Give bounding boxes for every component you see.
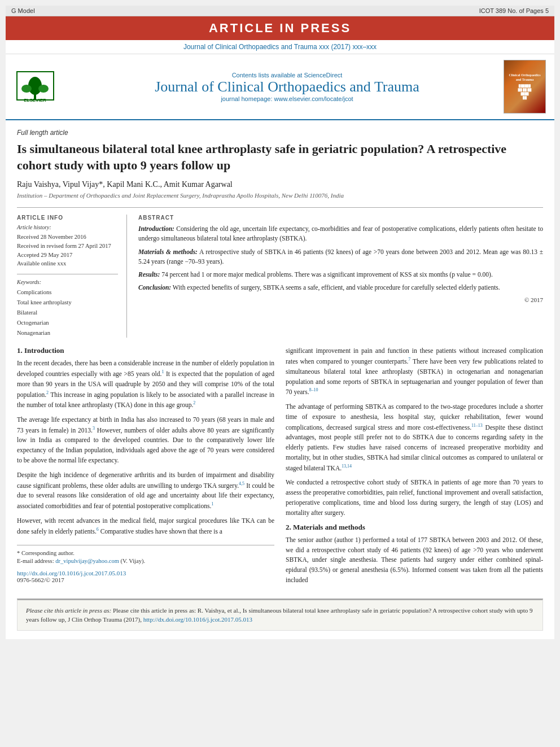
received-date: Received 28 November 2016 <box>17 233 118 242</box>
right-para2: The advantage of performing SBTKA as com… <box>286 402 543 473</box>
accepted-date: Accepted 29 May 2017 <box>17 251 118 260</box>
homepage-link[interactable]: www.elsevier.com/locate/jcot <box>274 95 353 102</box>
footnote-email: E-mail address: dr_vipulvijay@yahoo.com … <box>17 558 274 564</box>
section1-heading: 1. Introduction <box>17 346 274 355</box>
cite-doi-link[interactable]: http://dx.doi.org/10.1016/j.jcot.2017.05… <box>143 616 252 623</box>
abstract-label: ABSTRACT <box>138 215 543 221</box>
body-right-col: significant improvement in pain and func… <box>286 346 543 589</box>
copyright: © 2017 <box>138 296 543 303</box>
journal-link[interactable]: Journal of Clinical Orthopaedics and Tra… <box>183 43 377 51</box>
article-info-col: ARTICLE INFO Article history: Received 2… <box>17 215 127 338</box>
article-title: Is simultaneous bilateral total knee art… <box>17 141 543 173</box>
keyword-3: Bilateral <box>17 308 118 318</box>
journal-cover-image: Clinical Orthopaedicsand Trauma ████████… <box>504 60 546 113</box>
keyword-4: Octogenarian <box>17 318 118 328</box>
email-label: E-mail address: <box>17 558 55 564</box>
authors: Raju Vaishya, Vipul Vijay*, Kapil Mani K… <box>17 180 543 189</box>
issn-line: 0976-5662/© 2017 <box>17 576 274 583</box>
cite-label: Please cite this article in press as: <box>26 607 113 614</box>
conclusion-text: With expected benefits of surgery, SBTKA… <box>173 284 500 291</box>
results-text: 74 percent had 1 or more major medical p… <box>161 271 493 278</box>
aip-text: ARTICLE IN PRESS <box>209 21 351 35</box>
keywords-block: Keywords: Complications Total knee arthr… <box>17 279 118 338</box>
right-para4: The senior author (author 1) performed a… <box>286 535 543 586</box>
footnote-star-text: * Corresponding author. <box>17 550 75 556</box>
elsevier-logo: ELSEVIER <box>14 69 59 105</box>
available-online: Available online xxx <box>17 259 118 268</box>
intro-text: Considering the old age, uncertain life … <box>138 225 543 242</box>
abstract-conclusion: Conclusion: With expected benefits of su… <box>138 283 543 292</box>
abstract-methods: Materials & methods: A retrospective stu… <box>138 247 543 267</box>
section2-heading: 2. Materials and methods <box>286 523 543 532</box>
citation-bar: Please cite this article in press as: Pl… <box>17 599 543 631</box>
ref-text: ICOT 389 No. of Pages 5 <box>479 7 549 14</box>
intro-label: Introduction: <box>138 225 174 232</box>
body-para2: The average life expectancy at birth in … <box>17 415 274 466</box>
gmodel-text: G Model <box>11 7 35 14</box>
revised-date: Received in revised form 27 April 2017 <box>17 242 118 251</box>
homepage-prefix: journal homepage: <box>221 95 274 102</box>
methods-text: A retrospective study of SBTKA in 46 pat… <box>138 248 543 265</box>
doi-line[interactable]: http://dx.doi.org/10.1016/j.jcot.2017.05… <box>17 570 274 576</box>
keyword-1: Complications <box>17 287 118 298</box>
contents-line: Contents lists available at ScienceDirec… <box>71 72 504 78</box>
abstract-col: ABSTRACT Introduction: Considering the o… <box>138 215 543 338</box>
journal-header: ELSEVIER Contents lists available at Sci… <box>6 54 554 120</box>
science-direct-link[interactable]: ScienceDirect <box>304 72 342 78</box>
body-para4: However, with recent advances in the med… <box>17 516 274 536</box>
history-title: Article history: <box>17 224 118 230</box>
right-para1: significant improvement in pain and func… <box>286 346 543 397</box>
contents-prefix: Contents lists available at <box>232 72 304 78</box>
page: G Model ICOT 389 No. of Pages 5 ARTICLE … <box>6 6 554 639</box>
main-content: Full length article Is simultaneous bila… <box>6 120 554 639</box>
right-para3: We conducted a retrospective cohort stud… <box>286 478 543 518</box>
aip-banner: ARTICLE IN PRESS <box>6 16 554 40</box>
email-name: (V. Vijay). <box>120 558 145 564</box>
svg-text:ELSEVIER: ELSEVIER <box>24 98 46 103</box>
body-para1: In the recent decades, there has been a … <box>17 359 274 410</box>
svg-point-3 <box>38 85 49 93</box>
body-text: 1. Introduction In the recent decades, t… <box>17 346 543 589</box>
article-type: Full length article <box>17 129 543 137</box>
footnote-star: * Corresponding author. <box>17 550 274 556</box>
article-info-abstract: ARTICLE INFO Article history: Received 2… <box>17 207 543 338</box>
keywords-title: Keywords: <box>17 279 118 285</box>
methods-label: Materials & methods: <box>138 248 198 255</box>
journal-homepage: journal homepage: www.elsevier.com/locat… <box>71 95 504 102</box>
footnote-area: * Corresponding author. E-mail address: … <box>17 545 274 564</box>
svg-point-2 <box>21 85 32 93</box>
journal-title-area: Contents lists available at ScienceDirec… <box>71 72 504 102</box>
gmodel-bar: G Model ICOT 389 No. of Pages 5 <box>6 6 554 16</box>
keyword-5: Nonagenarian <box>17 328 118 338</box>
body-left-col: 1. Introduction In the recent decades, t… <box>17 346 274 589</box>
conclusion-label: Conclusion: <box>138 284 171 291</box>
keyword-2: Total knee arthroplasty <box>17 298 118 308</box>
svg-point-1 <box>28 77 42 95</box>
article-history: Article history: Received 28 November 20… <box>17 224 118 268</box>
authors-text: Raju Vaishya, Vipul Vijay*, Kapil Mani K… <box>17 180 233 189</box>
journal-name: Journal of Clinical Orthopaedics and Tra… <box>71 78 504 95</box>
body-para3: Despite the high incidence of degenerati… <box>17 470 274 512</box>
results-label: Results: <box>138 271 160 278</box>
abstract-intro: Introduction: Considering the old age, u… <box>138 224 543 244</box>
journal-link-bar: Journal of Clinical Orthopaedics and Tra… <box>6 40 554 54</box>
abstract-results: Results: 74 percent had 1 or more major … <box>138 270 543 279</box>
email-address[interactable]: dr_vipulvijay@yahoo.com <box>55 558 119 564</box>
article-info-label: ARTICLE INFO <box>17 215 118 221</box>
institution: Institution – Department of Orthopaedics… <box>17 192 543 199</box>
